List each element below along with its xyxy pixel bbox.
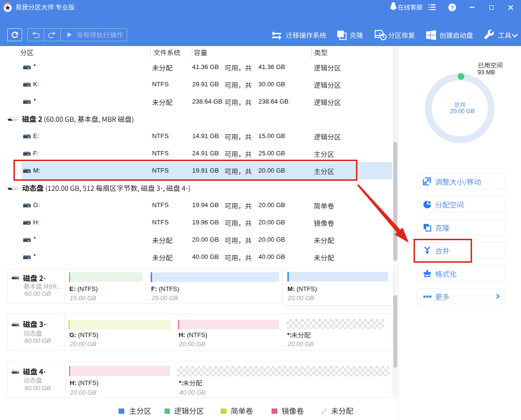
svg-text:?: ?: [450, 4, 454, 10]
